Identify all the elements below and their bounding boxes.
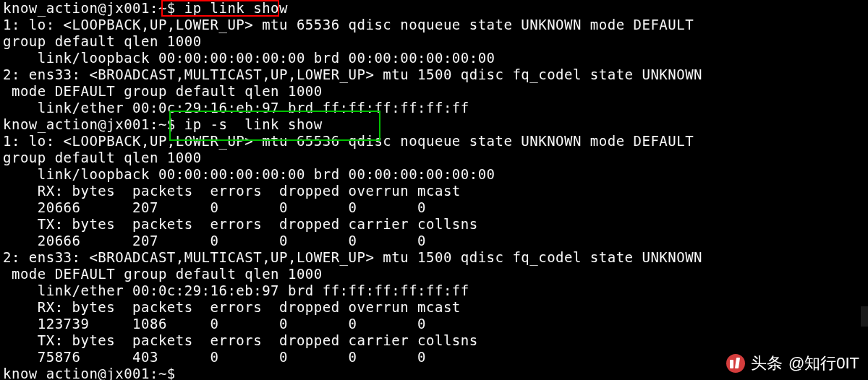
terminal-line: 20666 207 0 0 0 0	[3, 199, 865, 216]
terminal-line: 123739 1086 0 0 0 0	[3, 316, 865, 332]
terminal-line: link/loopback 00:00:00:00:00:00 brd 00:0…	[3, 50, 865, 66]
terminal-line: know_action@jx001:~$ ip -s link show	[3, 116, 865, 133]
terminal-line: 2: ens33: <BROADCAST,MULTICAST,UP,LOWER_…	[3, 66, 865, 83]
terminal-line: group default qlen 1000	[3, 33, 865, 50]
terminal-line: mode DEFAULT group default qlen 1000	[3, 83, 865, 100]
terminal-line: know_action@jx001:~$ ip link show	[3, 0, 865, 17]
watermark: 头条 @知行0IT	[726, 353, 859, 374]
toutiao-logo-icon	[726, 354, 745, 373]
terminal-line: 1: lo: <LOOPBACK,UP,LOWER_UP> mtu 65536 …	[3, 17, 865, 33]
terminal-output[interactable]: know_action@jx001:~$ ip link show1: lo: …	[0, 0, 868, 380]
terminal-line: 20666 207 0 0 0 0	[3, 233, 865, 249]
terminal-line: TX: bytes packets errors dropped carrier…	[3, 332, 865, 349]
terminal-line: 2: ens33: <BROADCAST,MULTICAST,UP,LOWER_…	[3, 249, 865, 266]
terminal-line: RX: bytes packets errors dropped overrun…	[3, 299, 865, 316]
terminal-line: group default qlen 1000	[3, 150, 865, 166]
watermark-handle: @知行0IT	[788, 353, 859, 374]
terminal-line: TX: bytes packets errors dropped carrier…	[3, 216, 865, 233]
terminal-line: RX: bytes packets errors dropped overrun…	[3, 183, 865, 199]
terminal-line: link/ether 00:0c:29:16:eb:97 brd ff:ff:f…	[3, 100, 865, 116]
terminal-line: mode DEFAULT group default qlen 1000	[3, 266, 865, 282]
terminal-line: 1: lo: <LOOPBACK,UP,LOWER_UP> mtu 65536 …	[3, 133, 865, 150]
watermark-prefix: 头条	[751, 353, 783, 374]
scrollbar-stub[interactable]	[861, 306, 868, 327]
terminal-line: link/loopback 00:00:00:00:00:00 brd 00:0…	[3, 166, 865, 183]
terminal-line: link/ether 00:0c:29:16:eb:97 brd ff:ff:f…	[3, 282, 865, 299]
